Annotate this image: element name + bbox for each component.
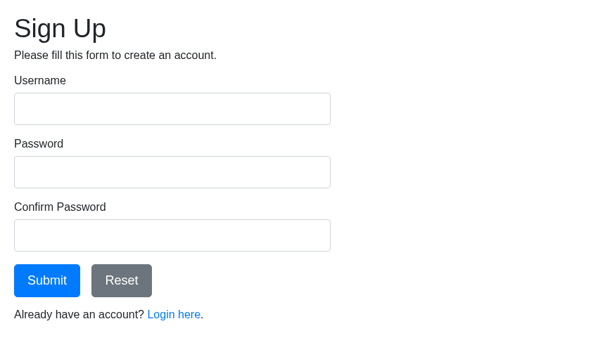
login-link[interactable]: Login here <box>147 308 200 320</box>
username-group: Username <box>14 74 331 125</box>
footer-text-prefix: Already have an account? <box>14 308 147 320</box>
page-title: Sign Up <box>14 14 331 44</box>
confirm-password-field[interactable] <box>14 219 331 252</box>
submit-button[interactable]: Submit <box>14 264 80 297</box>
footer-text-suffix: . <box>200 308 203 320</box>
reset-button[interactable]: Reset <box>91 264 151 297</box>
username-label: Username <box>14 74 331 87</box>
password-group: Password <box>14 138 331 188</box>
page-subtitle: Please fill this form to create an accou… <box>14 49 331 62</box>
button-row: Submit Reset <box>14 264 331 297</box>
confirm-password-label: Confirm Password <box>14 201 331 214</box>
signup-form: Sign Up Please fill this form to create … <box>14 14 331 321</box>
footer-text: Already have an account? Login here. <box>14 308 331 321</box>
username-field[interactable] <box>14 93 331 125</box>
password-field[interactable] <box>14 156 331 188</box>
confirm-password-group: Confirm Password <box>14 201 331 252</box>
password-label: Password <box>14 138 331 150</box>
